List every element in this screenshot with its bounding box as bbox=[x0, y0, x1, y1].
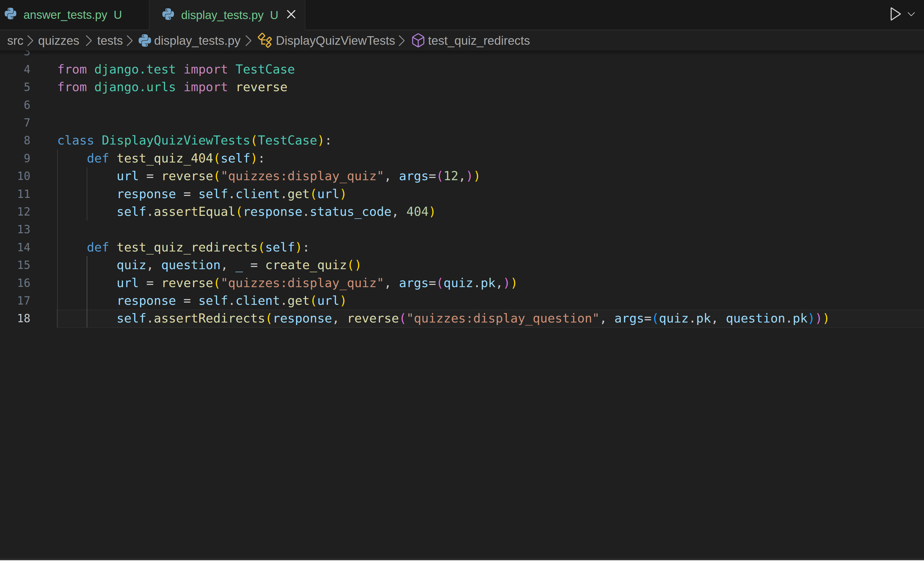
code-text: response = self.client.get(url) bbox=[57, 292, 347, 310]
chevron-right-icon bbox=[21, 32, 39, 50]
code-text: class DisplayQuizViewTests(TestCase): bbox=[57, 132, 332, 149]
tab-label: answer_tests.py bbox=[24, 8, 107, 21]
code-line-10[interactable]: 10 url = reverse("quizzes:display_quiz",… bbox=[0, 167, 924, 185]
code-text: self.assertRedirects(response, reverse("… bbox=[57, 310, 830, 327]
git-untracked-badge: U bbox=[270, 9, 278, 22]
code-line-9[interactable]: 9 def test_quiz_404(self): bbox=[0, 149, 924, 167]
python-file-icon bbox=[162, 8, 174, 20]
tab-bar: answer_tests.py U display_tests.py U bbox=[0, 0, 924, 30]
code-line-11[interactable]: 11 response = self.client.get(url) bbox=[0, 185, 924, 203]
python-file-icon bbox=[5, 8, 16, 20]
code-text: url = reverse("quizzes:display_quiz", ar… bbox=[57, 167, 481, 185]
code-line-7[interactable]: 7 bbox=[0, 114, 924, 132]
breadcrumb-item-file[interactable]: display_tests.py bbox=[154, 34, 240, 48]
code-line-15[interactable]: 15 quiz, question, _ = create_quiz() bbox=[0, 256, 924, 274]
code-line-8[interactable]: 8class DisplayQuizViewTests(TestCase): bbox=[0, 132, 924, 149]
line-number: 13 bbox=[0, 221, 30, 238]
code-text: url = reverse("quizzes:display_quiz", ar… bbox=[57, 274, 518, 292]
scroll-shadow bbox=[0, 51, 924, 56]
symbol-class-icon bbox=[257, 33, 273, 48]
line-number: 18 bbox=[0, 310, 30, 327]
breadcrumb-item-class[interactable]: DisplayQuizViewTests bbox=[276, 34, 395, 48]
code-line-5[interactable]: 5from django.urls import reverse bbox=[0, 78, 924, 96]
git-untracked-badge: U bbox=[114, 8, 122, 21]
line-number: 9 bbox=[0, 149, 30, 167]
code-line-17[interactable]: 17 response = self.client.get(url) bbox=[0, 292, 924, 310]
line-number: 15 bbox=[0, 256, 30, 274]
code-line-12[interactable]: 12 self.assertEqual(response.status_code… bbox=[0, 203, 924, 221]
line-number: 5 bbox=[0, 78, 30, 96]
line-number: 14 bbox=[0, 239, 30, 256]
line-number: 8 bbox=[0, 132, 30, 149]
chevron-right-icon bbox=[80, 32, 97, 50]
code-text: def test_quiz_redirects(self): bbox=[57, 239, 310, 256]
chevron-right-icon bbox=[239, 32, 257, 50]
breadcrumb-item-tests[interactable]: tests bbox=[97, 34, 123, 48]
line-number: 17 bbox=[0, 292, 30, 310]
line-number: 10 bbox=[0, 167, 30, 185]
breadcrumb-item-method[interactable]: test_quiz_redirects bbox=[428, 34, 530, 48]
line-number: 16 bbox=[0, 274, 30, 292]
tab-answer-tests[interactable]: answer_tests.py U bbox=[0, 0, 149, 30]
code-text: response = self.client.get(url) bbox=[57, 185, 347, 203]
code-text: from django.test import TestCase bbox=[57, 60, 295, 78]
code-line-16[interactable]: 16 url = reverse("quizzes:display_quiz",… bbox=[0, 274, 924, 292]
close-icon[interactable] bbox=[284, 6, 299, 22]
code-editor[interactable]: 34from django.test import TestCase5from … bbox=[0, 51, 924, 558]
code-line-4[interactable]: 4from django.test import TestCase bbox=[0, 60, 924, 78]
code-text: from django.urls import reverse bbox=[57, 78, 288, 96]
code-text: def test_quiz_404(self): bbox=[57, 149, 265, 167]
code-text: quiz, question, _ = create_quiz() bbox=[57, 256, 362, 274]
line-number: 6 bbox=[0, 96, 30, 114]
code-text: self.assertEqual(response.status_code, 4… bbox=[57, 203, 436, 221]
tab-display-tests[interactable]: display_tests.py U bbox=[149, 0, 305, 30]
python-file-icon bbox=[139, 34, 151, 47]
run-python-file-button[interactable] bbox=[888, 5, 904, 22]
panel-border-strip bbox=[0, 558, 924, 560]
line-number: 12 bbox=[0, 203, 30, 221]
line-number: 11 bbox=[0, 185, 30, 203]
line-number: 4 bbox=[0, 60, 30, 78]
breadcrumb-item-quizzes[interactable]: quizzes bbox=[38, 34, 79, 48]
code-line-6[interactable]: 6 bbox=[0, 96, 924, 114]
run-options-chevron-icon[interactable] bbox=[906, 8, 917, 20]
vscode-editor-window: answer_tests.py U display_tests.py U src… bbox=[0, 0, 924, 561]
line-number: 7 bbox=[0, 114, 30, 132]
code-line-18[interactable]: 18 self.assertRedirects(response, revers… bbox=[0, 310, 924, 328]
tab-label: display_tests.py bbox=[181, 9, 264, 22]
symbol-method-icon bbox=[410, 32, 426, 49]
code-line-14[interactable]: 14 def test_quiz_redirects(self): bbox=[0, 239, 924, 256]
chevron-right-icon bbox=[120, 32, 138, 50]
chevron-right-icon bbox=[392, 32, 410, 50]
breadcrumb: src quizzes tests display_tests.py Displ… bbox=[0, 30, 924, 51]
code-line-13[interactable]: 13 bbox=[0, 221, 924, 239]
